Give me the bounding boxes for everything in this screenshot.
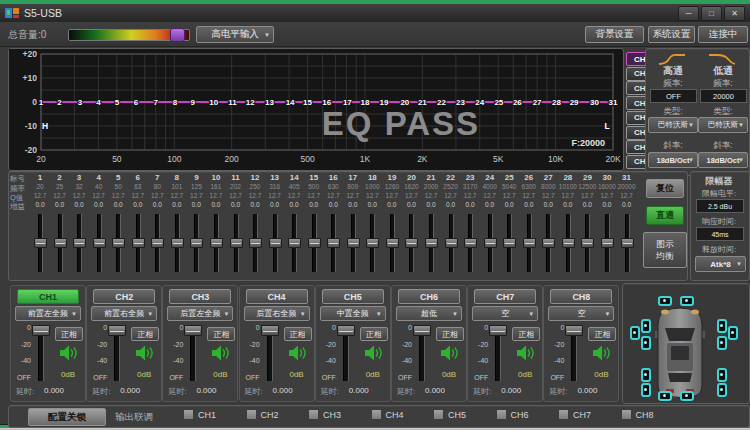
output-link-check-ch1[interactable]: CH1: [183, 409, 216, 420]
band-fader[interactable]: [304, 212, 324, 274]
mute-speaker-icon[interactable]: [591, 345, 611, 361]
speaker-icon[interactable]: [658, 296, 672, 306]
delay-value[interactable]: 0.000: [273, 386, 293, 395]
channel-source-select[interactable]: 空▼: [472, 306, 538, 321]
band-fader-handle[interactable]: [210, 238, 223, 248]
channel-fader-handle[interactable]: [261, 325, 279, 336]
band-fader[interactable]: [30, 212, 50, 274]
speaker-icon[interactable]: [680, 391, 694, 401]
band-fader-handle[interactable]: [288, 238, 301, 248]
band-fader-handle[interactable]: [112, 238, 125, 248]
band-fader-handle[interactable]: [73, 238, 86, 248]
band-fader[interactable]: [597, 212, 617, 274]
delay-value[interactable]: 0.000: [196, 386, 216, 395]
output-link-check-ch4[interactable]: CH4: [371, 409, 404, 420]
output-link-check-ch7[interactable]: CH7: [558, 409, 591, 420]
band-fader[interactable]: [460, 212, 480, 274]
lp-freq-value[interactable]: 20000: [700, 89, 747, 103]
eq-curve-plot[interactable]: +20+100-10-2020501002005001K2K5K10K20KEQ…: [9, 49, 621, 168]
background-settings-button[interactable]: 背景设置: [585, 26, 644, 43]
system-settings-button[interactable]: 系统设置: [648, 26, 695, 43]
channel-fader-handle[interactable]: [184, 325, 202, 336]
band-fader-handle[interactable]: [249, 238, 262, 248]
lp-slope-select[interactable]: 18dB/Oct ▼: [698, 152, 748, 168]
band-fader-handle[interactable]: [523, 238, 536, 248]
band-fader[interactable]: [421, 212, 441, 274]
speaker-icon[interactable]: [641, 383, 651, 397]
master-volume-slider[interactable]: [68, 29, 190, 41]
band-fader[interactable]: [343, 212, 363, 274]
band-fader-handle[interactable]: [562, 238, 575, 248]
band-fader[interactable]: [519, 212, 539, 274]
band-fader[interactable]: [89, 212, 109, 274]
band-fader[interactable]: [362, 212, 382, 274]
delay-value[interactable]: 0.000: [501, 386, 521, 395]
band-fader[interactable]: [558, 212, 578, 274]
channel-select-button-ch6[interactable]: CH6: [398, 289, 460, 304]
mute-speaker-icon[interactable]: [210, 345, 230, 361]
band-fader[interactable]: [226, 212, 246, 274]
band-fader-handle[interactable]: [171, 238, 184, 248]
band-fader[interactable]: [186, 212, 206, 274]
speaker-icon[interactable]: [641, 368, 651, 382]
output-link-check-ch6[interactable]: CH6: [496, 409, 529, 420]
band-fader[interactable]: [108, 212, 128, 274]
phase-button[interactable]: 正相: [131, 327, 159, 341]
mute-speaker-icon[interactable]: [363, 345, 383, 361]
hp-slope-select[interactable]: 18dB/Oct ▼: [648, 152, 698, 168]
channel-select-button-ch3[interactable]: CH3: [169, 289, 231, 304]
speaker-icon[interactable]: [641, 336, 651, 350]
channel-select-button-ch2[interactable]: CH2: [93, 289, 155, 304]
band-fader-handle[interactable]: [327, 238, 340, 248]
band-fader-handle[interactable]: [601, 238, 614, 248]
channel-source-select[interactable]: 中置全频▼: [320, 306, 386, 321]
limiter-attack-value[interactable]: 45ms: [696, 227, 744, 241]
channel-fader-handle[interactable]: [565, 325, 583, 336]
channel-source-select[interactable]: 空▼: [548, 306, 614, 321]
channel-select-button-ch8[interactable]: CH8: [550, 289, 612, 304]
phase-button[interactable]: 正相: [436, 327, 464, 341]
band-fader-handle[interactable]: [230, 238, 243, 248]
phase-button[interactable]: 正相: [512, 327, 540, 341]
mute-speaker-icon[interactable]: [515, 345, 535, 361]
band-fader-handle[interactable]: [366, 238, 379, 248]
limiter-release-select[interactable]: Atk*8 ▼: [695, 256, 746, 272]
delay-value[interactable]: 0.000: [44, 386, 64, 395]
lp-type-select[interactable]: 巴特沃斯 ▼: [698, 117, 748, 133]
limiter-level-value[interactable]: 2.5 dBu: [696, 199, 744, 213]
band-fader-handle[interactable]: [132, 238, 145, 248]
band-fader[interactable]: [538, 212, 558, 274]
delay-value[interactable]: 0.000: [577, 386, 597, 395]
band-fader[interactable]: [69, 212, 89, 274]
band-fader-handle[interactable]: [445, 238, 458, 248]
band-fader[interactable]: [382, 212, 402, 274]
channel-source-select[interactable]: 前置左全频▼: [15, 306, 81, 321]
speaker-icon[interactable]: [717, 336, 727, 350]
eq-graph-panel[interactable]: +20+100-10-2020501002005001K2K5K10K20KEQ…: [8, 48, 624, 171]
mute-speaker-icon[interactable]: [134, 345, 154, 361]
band-fader-handle[interactable]: [347, 238, 360, 248]
input-source-select[interactable]: 高电平输入 ▼: [196, 26, 274, 43]
band-fader-handle[interactable]: [34, 238, 47, 248]
phase-button[interactable]: 正相: [207, 327, 235, 341]
speaker-icon[interactable]: [717, 383, 727, 397]
channel-source-select[interactable]: 后置左全频▼: [167, 306, 233, 321]
band-fader[interactable]: [323, 212, 343, 274]
band-fader[interactable]: [147, 212, 167, 274]
reset-button[interactable]: 复位: [646, 179, 684, 198]
config-lock-button[interactable]: 配置关锁: [28, 408, 106, 426]
connect-button[interactable]: 连接中: [698, 26, 748, 43]
volume-slider-handle[interactable]: [170, 28, 185, 42]
output-link-check-ch8[interactable]: CH8: [621, 409, 654, 420]
channel-fader-handle[interactable]: [337, 325, 355, 336]
speaker-icon[interactable]: [641, 319, 651, 333]
band-fader[interactable]: [50, 212, 70, 274]
band-fader[interactable]: [128, 212, 148, 274]
band-fader-handle[interactable]: [464, 238, 477, 248]
band-fader[interactable]: [401, 212, 421, 274]
speaker-icon[interactable]: [630, 326, 640, 340]
channel-source-select[interactable]: 前置右全频▼: [91, 306, 157, 321]
band-fader[interactable]: [245, 212, 265, 274]
channel-fader-handle[interactable]: [108, 325, 126, 336]
speaker-icon[interactable]: [658, 391, 672, 401]
